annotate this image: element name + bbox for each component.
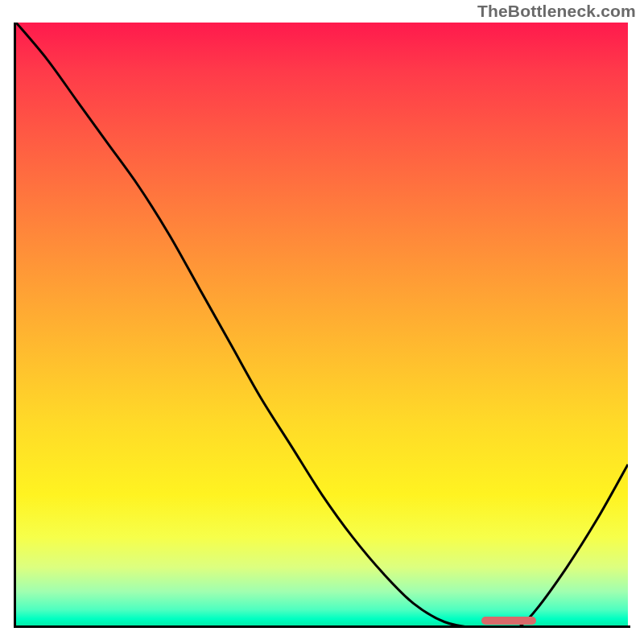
chart-curve-svg bbox=[16, 23, 628, 628]
watermark-text: TheBottleneck.com bbox=[477, 2, 636, 21]
chart-container: TheBottleneck.com bbox=[0, 0, 644, 644]
optimal-range-marker bbox=[481, 617, 536, 625]
bottleneck-curve bbox=[16, 23, 628, 628]
